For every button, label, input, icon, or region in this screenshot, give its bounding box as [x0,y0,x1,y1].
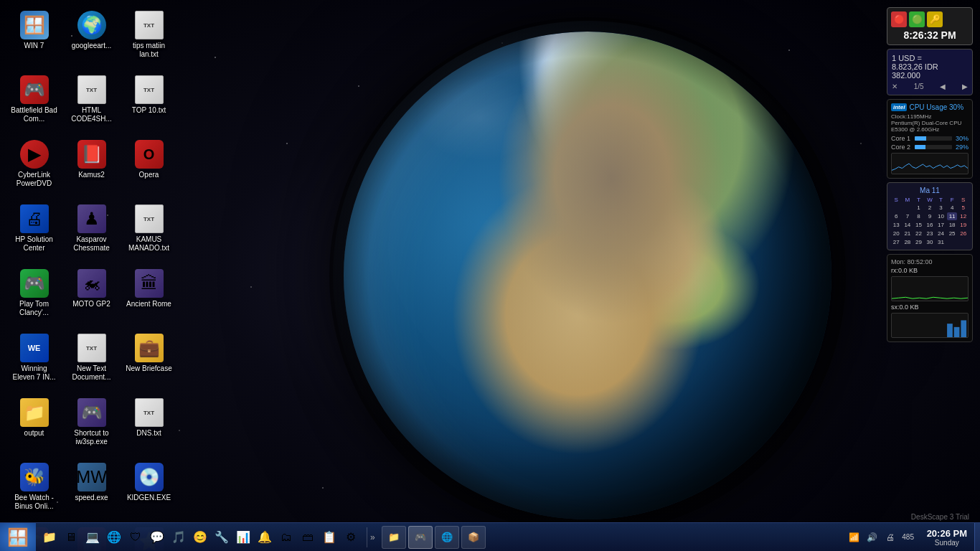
clock-icon-1[interactable]: 🔴 [891,11,907,27]
taskbar-ql-14[interactable]: 📋 [319,527,339,547]
cpu-core2-bar [915,145,952,149]
taskbar-ql-13[interactable]: 🗃 [298,527,318,547]
icon-new-briefcase[interactable]: 💼 New Briefcase [122,330,176,391]
taskbar-ql-4[interactable]: 🌐 [104,527,124,547]
network-rx: rx:0.0 KB [891,267,969,274]
taskbar-app-explorer[interactable]: 📁 [382,526,406,549]
widgets-panel: 🔴 🟢 🔑 8:26:32 PM 1 USD = 8.823,26 IDR 38… [887,7,973,342]
cpu-graph [891,153,969,174]
desktop-icons-area: 🪟 WIN 7 🌍 googleeart... TXT tips matiin … [0,0,183,551]
taskbar-app-game[interactable]: 🎮 [408,526,433,549]
network-rx-graph [891,276,969,301]
systray-485[interactable]: 485 [900,529,916,545]
taskbar-app-other[interactable]: 📦 [461,526,486,549]
icon-kidgen-exe[interactable]: 💿 KIDGEN.EXE [122,459,176,520]
taskbar-systray: 📶 🔊 🖨 485 [843,529,920,545]
taskbar-ql-11[interactable]: 🔔 [255,527,275,547]
deskscape-watermark: DeskScape 3 Trial [911,513,969,521]
widget-cpu: intel CPU Usage 30% Clock:1195MHz Pentiu… [887,99,973,179]
icon-tips-txt[interactable]: TXT tips matiin lan.txt [122,7,176,68]
cpu-core1-value: 30% [954,135,969,142]
taskbar-quicklaunch: 📁 🖥 💻 🌐 🛡 💬 🎵 😊 🔧 📊 🔔 🗂 🗃 📋 ⚙ [36,527,367,547]
icon-dns-txt[interactable]: TXT DNS.txt [122,395,176,456]
icon-googleearth[interactable]: 🌍 googleeart... [65,7,118,68]
widget-clock: 🔴 🟢 🔑 8:26:32 PM [887,7,973,45]
icon-win7[interactable]: 🪟 WIN 7 [7,7,61,68]
calendar-grid: S M T W T F S 1 2 3 4 5 6 7 8 9 10 11 [891,197,969,246]
currency-line2: 8.823,26 IDR [892,62,968,71]
taskbar-ql-7[interactable]: 🎵 [169,527,189,547]
icon-kasparov[interactable]: ♟ Kasparov Chessmate [65,201,118,262]
cpu-core1-bar [915,136,952,141]
cpu-core1-label: Core 1 [891,135,913,142]
icon-kamus2[interactable]: 📕 Kamus2 [65,136,118,197]
taskbar-ql-12[interactable]: 🗂 [276,527,296,547]
clock-time: 8:26:32 PM [891,29,969,41]
svg-rect-0 [947,324,953,337]
currency-line1: 1 USD = [892,54,968,62]
icon-speed-exe[interactable]: MW speed.exe [65,459,118,520]
svg-rect-2 [961,320,966,337]
network-sx-graph [891,313,969,338]
clock-icon-2[interactable]: 🟢 [909,11,925,27]
widget-currency: 1 USD = 8.823,26 IDR 382.000 ✕ 1/5 ◀ ▶ [887,49,973,95]
taskbar: 🪟 📁 🖥 💻 🌐 🛡 💬 🎵 😊 🔧 📊 🔔 🗂 🗃 📋 ⚙ » 📁 [0,522,980,551]
icon-opera[interactable]: O Opera [122,136,176,197]
cpu-clock: Clock:1195MHz [891,113,969,120]
icon-html-txt[interactable]: TXT HTML CODE4SH... [65,72,118,133]
systray-printer[interactable]: 🖨 [882,529,898,545]
icon-kamus-manado[interactable]: TXT KAMUS MANADO.txt [122,201,176,262]
icon-tom-clancy[interactable]: 🎮 Play Tom Clancy'... [7,265,61,326]
icon-output[interactable]: 📁 output [7,395,61,456]
taskbar-apps: 📁 🎮 🌐 📦 [378,526,843,549]
icon-battlefield[interactable]: 🎮 Battlefield Bad Com... [7,72,61,133]
calendar-header: Ma 11 [891,187,969,194]
widget-network: Mon: 80:52:00 rx:0.0 KB sx:0.0 KB [887,254,973,342]
icon-moto-gp2[interactable]: 🏍 MOTO GP2 [65,265,118,326]
taskbar-ql-9[interactable]: 🔧 [212,527,232,547]
cpu-core2-value: 29% [954,143,969,151]
taskbar-ql-3[interactable]: 💻 [83,527,103,547]
icon-cyberlink[interactable]: ▶ CyberLink PowerDVD [7,136,61,197]
icon-hp-solution[interactable]: 🖨 HP Solution Center [7,201,61,262]
clock-icon-3[interactable]: 🔑 [927,11,943,27]
taskbar-date: Sunday [935,539,959,547]
icon-top10-txt[interactable]: TXT TOP 10.txt [122,72,176,133]
taskbar-time[interactable]: 20:26 PM Sunday [920,528,974,547]
intel-badge: intel [891,103,907,111]
icon-new-txt[interactable]: TXT New Text Document... [65,330,118,391]
taskbar-more-btn[interactable]: » [367,532,378,542]
icon-winning-eleven[interactable]: WE Winning Eleven 7 IN... [7,330,61,391]
cpu-model2: E5300 @ 2.60GHz [891,126,969,133]
systray-volume[interactable]: 🔊 [864,529,880,545]
start-orb: 🪟 [7,527,29,547]
icon-shortcut-iw3sp[interactable]: 🎮 Shortcut to iw3sp.exe [65,395,118,456]
currency-page: 1/5 [914,83,924,90]
taskbar-ql-6[interactable]: 💬 [147,527,167,547]
cpu-model: Pentium(R) Dual-Core CPU [891,120,969,126]
icon-ancient-rome[interactable]: 🏛 Ancient Rome [122,265,176,326]
currency-prev[interactable]: ✕ [892,83,897,90]
systray-network[interactable]: 📶 [847,529,862,545]
taskbar-ql-8[interactable]: 😊 [190,527,210,547]
taskbar-app-firefox[interactable]: 🌐 [435,526,459,549]
show-desktop-button[interactable] [974,523,980,552]
icon-bee-watch[interactable]: 🐝 Bee Watch - Binus Onli... [7,459,61,520]
taskbar-ql-2[interactable]: 🖥 [61,527,81,547]
taskbar-ql-10[interactable]: 📊 [233,527,253,547]
currency-back[interactable]: ◀ [940,83,946,90]
earth-wallpaper [344,32,831,519]
taskbar-ql-explorer[interactable]: 📁 [39,527,60,547]
svg-rect-1 [954,327,960,337]
currency-line3: 382.000 [892,71,968,80]
taskbar-ql-5[interactable]: 🛡 [126,527,146,547]
currency-next[interactable]: ▶ [962,83,968,90]
cpu-core2-label: Core 2 [891,143,913,151]
widget-calendar: Ma 11 S M T W T F S 1 2 3 4 5 6 7 8 9 [887,182,973,250]
taskbar-ql-15[interactable]: ⚙ [341,527,361,547]
taskbar-clock: 20:26 PM [927,528,967,539]
cpu-usage-text: CPU Usage 30% [909,103,963,111]
network-sx: sx:0.0 KB [891,303,969,311]
desktop: 🪟 WIN 7 🌍 googleeart... TXT tips matiin … [0,0,980,551]
start-button[interactable]: 🪟 [0,523,36,552]
